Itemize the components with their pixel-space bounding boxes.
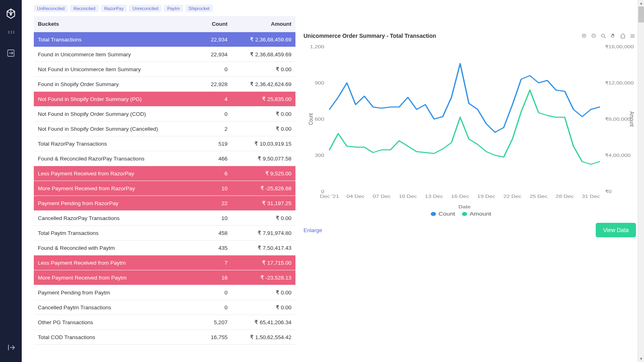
cell-amount: ₹ 0.00 [231, 62, 295, 77]
filter-tag[interactable]: Reconciled [70, 5, 98, 12]
svg-text:1,200: 1,200 [310, 44, 324, 49]
svg-text:Amount: Amount [628, 111, 635, 127]
table-row[interactable]: Cancelled RazorPay Transactions10₹ 0.00 [34, 211, 295, 226]
table-row[interactable]: More Payment Received from RazorPay10₹ -… [34, 181, 295, 196]
menu-icon[interactable] [629, 32, 636, 39]
cell-amount: ₹ 7,50,417.43 [231, 241, 295, 255]
cell-label: Found in Unicommerce Item Summary [34, 47, 200, 62]
view-data-button[interactable]: View Data [596, 223, 636, 237]
cell-count: 519 [200, 136, 231, 151]
table-row[interactable]: Less Payment Received from RazorPay6₹ 9,… [34, 166, 295, 181]
table-row[interactable]: Not Found in Shopify Order Summary (Canc… [34, 121, 295, 136]
cell-label: Total RazorPay Transactions [34, 136, 200, 151]
cell-amount: ₹ 7,91,974.80 [231, 226, 295, 241]
svg-text:25 Dec: 25 Dec [530, 194, 548, 199]
chart-toolbar [580, 32, 636, 39]
cell-count: 0 [200, 285, 231, 300]
vertical-scrollbar[interactable]: ▲ ▼ [638, 0, 644, 362]
svg-text:22 Dec: 22 Dec [504, 194, 522, 199]
scroll-down-arrow[interactable]: ▼ [638, 356, 644, 362]
svg-text:0: 0 [321, 189, 324, 194]
svg-text:600: 600 [315, 117, 324, 121]
chart-title: Unicommerce Order Summary - Total Transa… [303, 33, 436, 39]
table-row[interactable]: Total RazorPay Transactions519₹ 10,03,91… [34, 136, 295, 151]
table-row[interactable]: Not Found in Unicommerce Item Summary0₹ … [34, 62, 295, 77]
filter-tag[interactable]: Paytm [164, 5, 183, 12]
svg-text:31 Dec: 31 Dec [582, 194, 601, 199]
cell-label: Found & Reconciled with Paytm [34, 241, 200, 255]
reset-icon[interactable] [619, 32, 626, 39]
th-amount[interactable]: Amount [231, 16, 295, 32]
svg-text:16 Dec: 16 Dec [451, 194, 470, 199]
table-row[interactable]: Less Payment Received from Paytm7₹ 17,71… [34, 255, 295, 270]
svg-text:10 Dec: 10 Dec [399, 194, 417, 199]
enlarge-link[interactable]: Enlarge [303, 227, 322, 233]
cell-amount: ₹ 2,36,68,459.69 [231, 47, 295, 62]
buckets-table: Buckets Count Amount Total Transactions2… [34, 16, 295, 345]
filter-tag[interactable]: Unreconciled [129, 5, 161, 12]
table-row[interactable]: Other PG Transactions5,207₹ 65,41,206.34 [34, 315, 295, 330]
nav-icon-2[interactable] [6, 48, 16, 58]
cell-amount: ₹ 31,197.25 [231, 196, 295, 211]
svg-point-4 [601, 34, 605, 37]
cell-count: 10 [200, 211, 231, 226]
filter-tag[interactable]: Shiprocket [186, 5, 213, 12]
cell-count: 0 [200, 107, 231, 121]
cell-label: Cancelled RazorPay Transactions [34, 211, 200, 226]
cell-count: 7 [200, 255, 231, 270]
cell-amount: ₹ 65,41,206.34 [231, 315, 295, 330]
zoom-selection-icon[interactable] [600, 32, 607, 39]
th-count[interactable]: Count [200, 16, 231, 32]
filter-tag[interactable]: UnReconciled [34, 5, 68, 12]
scroll-thumb[interactable] [638, 6, 644, 23]
cell-amount: ₹ 17,715.00 [231, 255, 295, 270]
table-row[interactable]: Total Paytm Transactions458₹ 7,91,974.80 [34, 226, 295, 241]
collapse-icon[interactable] [6, 343, 16, 352]
pan-icon[interactable] [609, 32, 617, 39]
cell-amount: ₹ 25,835.00 [231, 92, 295, 107]
table-row[interactable]: Total Transactions22,934₹ 2,36,68,459.69 [34, 32, 295, 47]
svg-text:07 Dec: 07 Dec [373, 194, 391, 199]
svg-text:Count: Count [308, 113, 314, 125]
table-row[interactable]: More Payment Received from Paytm16₹ -23,… [34, 270, 295, 285]
svg-text:19 Dec: 19 Dec [477, 194, 496, 199]
cell-count: 22,934 [200, 32, 231, 47]
zoom-out-icon[interactable] [590, 32, 597, 39]
main-content: UnReconciledReconciledRazorPayUnreconcil… [22, 0, 644, 362]
table-row[interactable]: Cancelled Paytm Transactions0₹ 0.00 [34, 300, 295, 315]
table-row[interactable]: Not Found in Shopify Order Summary (COD)… [34, 107, 295, 121]
table-row[interactable]: Found & Reconciled with Paytm435₹ 7,50,4… [34, 241, 295, 255]
svg-point-0 [10, 14, 12, 16]
table-row[interactable]: Not Found in Shopify Order Summary (PG)4… [34, 92, 295, 107]
cell-count: 16 [200, 270, 231, 285]
sidebar [0, 0, 22, 362]
zoom-in-icon[interactable] [580, 32, 588, 39]
table-row[interactable]: Found & Reconciled RazorPay Transactions… [34, 151, 295, 166]
cell-amount: ₹ 0.00 [231, 121, 295, 136]
table-row[interactable]: Total COD Transactions16,755₹ 1,50,62,55… [34, 330, 295, 345]
table-row[interactable]: Payment Pending from RazorPay22₹ 31,197.… [34, 196, 295, 211]
filter-tag[interactable]: RazorPay [101, 5, 127, 12]
svg-text:₹16,00,000: ₹16,00,000 [605, 44, 634, 49]
cell-count: 10 [200, 181, 231, 196]
svg-text:Date: Date [458, 204, 471, 209]
cell-count: 0 [200, 300, 231, 315]
table-row[interactable]: Found in Shopify Order Summary22,928₹ 2,… [34, 77, 295, 92]
svg-text:04 Dec: 04 Dec [347, 194, 365, 199]
cell-amount: ₹ -25,826.68 [231, 181, 295, 196]
table-row[interactable]: Found in Unicommerce Item Summary22,934₹… [34, 47, 295, 62]
cell-amount: ₹ 10,03,919.15 [231, 136, 295, 151]
cell-count: 22,928 [200, 77, 231, 92]
svg-point-29 [431, 212, 436, 216]
cell-label: Total Transactions [34, 32, 200, 47]
nav-icon-1[interactable] [6, 29, 16, 39]
scroll-up-arrow[interactable]: ▲ [638, 0, 644, 6]
cell-amount: ₹ 9,50,077.58 [231, 151, 295, 166]
cell-label: More Payment Received from RazorPay [34, 181, 200, 196]
table-row[interactable]: Payment Pending from Paytm0₹ 0.00 [34, 285, 295, 300]
cell-count: 6 [200, 166, 231, 181]
cell-amount: ₹ 0.00 [231, 300, 295, 315]
th-buckets[interactable]: Buckets [34, 16, 200, 32]
svg-text:₹8,00,000: ₹8,00,000 [605, 117, 631, 121]
cell-amount: ₹ 2,36,68,459.69 [231, 32, 295, 47]
